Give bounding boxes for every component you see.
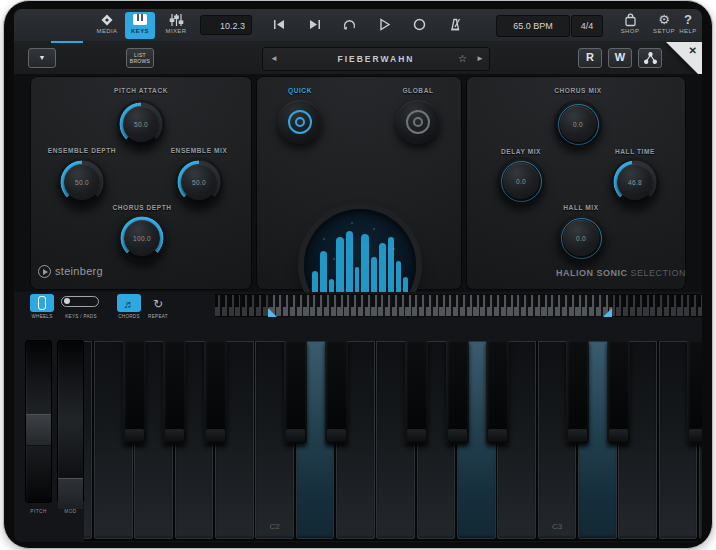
tab-chords[interactable]: ♬ <box>117 294 141 312</box>
ensemble-depth-knob[interactable]: 50.0 <box>57 157 107 207</box>
pitch-attack-label: PITCH ATTACK <box>81 87 201 94</box>
top-toolbar: MEDIA KEYS MIXER 10.2.3 <box>14 9 702 42</box>
keyboard-minimap[interactable] <box>215 294 702 317</box>
preset-name[interactable]: FIEBERWAHN <box>263 48 489 70</box>
question-icon: ? <box>672 13 702 27</box>
help-label: HELP <box>672 28 702 34</box>
branding-row: steinberg HALION SONIC SELECTION <box>14 264 702 288</box>
hall-mix-knob[interactable]: 0.0 <box>556 213 606 263</box>
ensemble-mix-knob[interactable]: 50.0 <box>174 157 224 207</box>
tab-repeat[interactable]: ↻ <box>146 294 170 312</box>
pitch-attack-knob[interactable]: 50.0 <box>116 99 166 149</box>
tab-wheels[interactable] <box>30 294 54 312</box>
mixer-label: MIXER <box>158 28 194 34</box>
media-label: MEDIA <box>89 28 125 34</box>
mod-wheel-label: MOD <box>57 509 84 514</box>
record-button[interactable] <box>412 17 427 32</box>
black-key-Fs3[interactable] <box>687 341 702 444</box>
wheel-icon <box>38 296 46 310</box>
white-key-E1[interactable] <box>84 341 92 539</box>
keyboard-keys: C2C3 <box>84 341 702 541</box>
close-icon[interactable]: ✕ <box>689 45 697 56</box>
product-name: HALION SONIC SELECTION <box>556 268 686 278</box>
play-button[interactable] <box>377 17 392 32</box>
music-note-icon: ♬ <box>124 298 135 310</box>
favorite-star-icon[interactable]: ☆ <box>458 48 467 70</box>
bpm-display[interactable]: 65.0 BPM <box>496 15 570 37</box>
cycle-button[interactable] <box>342 17 357 32</box>
media-button[interactable]: MEDIA <box>89 12 125 39</box>
preset-next-button[interactable]: ► <box>473 48 487 70</box>
black-key-Fs2[interactable] <box>405 341 428 444</box>
product-name-strong: HALION SONIC <box>556 268 628 278</box>
piano-icon <box>125 13 155 27</box>
pitch-wheel-label: PITCH <box>25 509 52 514</box>
ensemble-mix-label: ENSEMBLE MIX <box>139 147 259 154</box>
black-key-Ds3[interactable] <box>607 341 630 444</box>
media-diamond-icon <box>89 13 125 27</box>
quick-knob[interactable] <box>278 100 322 144</box>
black-key-Cs2[interactable] <box>284 341 307 444</box>
steinberg-logo-icon <box>38 265 51 278</box>
hall-mix-label: HALL MIX <box>521 204 641 211</box>
app-screen: MEDIA KEYS MIXER 10.2.3 <box>14 9 702 542</box>
quick-label: QUICK <box>240 87 360 94</box>
key-label-C2: C2 <box>255 522 294 531</box>
tablet-frame: MEDIA KEYS MIXER 10.2.3 <box>3 0 713 549</box>
automation-node-button[interactable] <box>638 48 662 68</box>
plugin-header: ▼ LIST BROWS ◄ FIEBERWAHN ☆ ► R W <box>14 41 702 75</box>
keys-label: KEYS <box>125 28 155 34</box>
go-to-start-button[interactable] <box>272 17 287 32</box>
plugin-body: PITCH ATTACK 50.0 ENSEMBLE DEPTH 50.0 EN… <box>14 74 702 292</box>
write-automation-button[interactable]: W <box>608 48 632 68</box>
time-signature-display[interactable]: 4/4 <box>571 15 603 37</box>
minimap-dim-right <box>612 294 702 317</box>
metronome-button[interactable] <box>447 17 462 32</box>
black-key-Cs3[interactable] <box>566 341 589 444</box>
black-key-Fs1[interactable] <box>123 341 146 444</box>
shop-button[interactable]: SHOP <box>612 12 648 39</box>
black-key-Gs2[interactable] <box>446 341 469 444</box>
chorus-depth-knob[interactable]: 100.0 <box>117 213 167 263</box>
help-button[interactable]: ? HELP <box>672 12 702 39</box>
chorus-mix-label: CHORUS MIX <box>518 87 638 94</box>
black-key-Ds2[interactable] <box>325 341 348 444</box>
keys-button[interactable]: KEYS <box>125 12 155 39</box>
hall-time-knob[interactable]: 46.8 <box>610 157 660 207</box>
shop-label: SHOP <box>612 28 648 34</box>
global-label: GLOBAL <box>358 87 478 94</box>
repeat-icon: ↻ <box>153 297 163 311</box>
mixer-faders-icon <box>158 13 194 27</box>
black-key-As1[interactable] <box>204 341 227 444</box>
pitch-wheel[interactable] <box>25 340 52 503</box>
preset-bar: ◄ FIEBERWAHN ☆ ► <box>262 47 490 71</box>
read-automation-button[interactable]: R <box>578 48 602 68</box>
go-to-end-button[interactable] <box>307 17 322 32</box>
mixer-button[interactable]: MIXER <box>158 12 194 39</box>
tab-repeat-label: REPEAT <box>134 314 182 319</box>
chorus-mix-knob[interactable]: 0.0 <box>553 99 603 149</box>
delay-mix-knob[interactable]: 0.0 <box>496 156 546 206</box>
global-knob[interactable] <box>396 100 440 144</box>
list-browse-button[interactable]: LIST BROWS <box>126 48 154 68</box>
black-key-Gs1[interactable] <box>163 341 186 444</box>
product-name-light: SELECTION <box>627 268 686 278</box>
active-tab-indicator <box>51 41 83 43</box>
mod-wheel[interactable] <box>57 340 84 503</box>
shop-bag-icon <box>612 13 648 27</box>
tab-keys-pads[interactable] <box>61 296 99 307</box>
list-browse-line2: BROWS <box>127 58 153 64</box>
delay-mix-label: DELAY MIX <box>461 148 581 155</box>
instrument-dropdown-button[interactable]: ▼ <box>28 48 56 68</box>
minimap-dim-left <box>215 294 268 317</box>
black-key-As2[interactable] <box>486 341 509 444</box>
key-label-C3: C3 <box>538 522 577 531</box>
ensemble-depth-label: ENSEMBLE DEPTH <box>22 147 142 154</box>
hall-time-label: HALL TIME <box>575 148 695 155</box>
minimap-range-start-marker[interactable] <box>268 308 277 317</box>
tab-keys-pads-label: KEYS / PADS <box>56 314 106 319</box>
steinberg-logo-text: steinberg <box>55 265 103 277</box>
minimap-range-end-marker[interactable] <box>603 308 612 317</box>
position-display[interactable]: 10.2.3 <box>200 15 252 35</box>
chorus-depth-label: CHORUS DEPTH <box>82 204 202 211</box>
